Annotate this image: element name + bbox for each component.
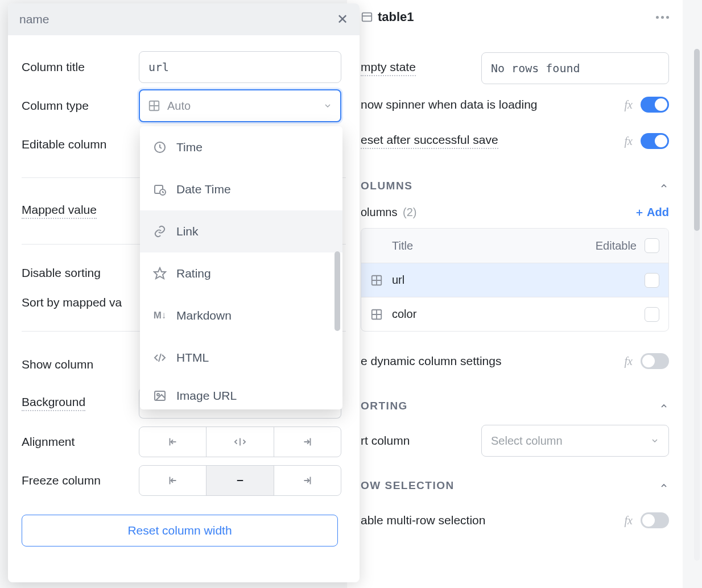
- image-icon: [152, 388, 167, 403]
- reset-save-toggle[interactable]: [641, 133, 669, 149]
- column-type-option-markdown[interactable]: M↓ Markdown: [140, 295, 342, 337]
- row-selection-section-header[interactable]: OW SELECTION: [361, 479, 669, 492]
- background-label: Background: [22, 395, 85, 411]
- reset-column-width-button[interactable]: Reset column width: [22, 515, 338, 546]
- dialog-title: name: [19, 13, 49, 26]
- column-row-color[interactable]: color: [361, 297, 668, 331]
- dialog-header: name ✕: [8, 3, 360, 35]
- align-right-button[interactable]: [274, 427, 341, 457]
- column-icon: [370, 308, 384, 321]
- fx-icon[interactable]: fx: [625, 355, 633, 368]
- empty-state-input[interactable]: [481, 52, 669, 84]
- freeze-segmented: [139, 465, 341, 496]
- column-title-input[interactable]: [139, 51, 341, 83]
- column-type-option-link[interactable]: Link: [140, 210, 342, 252]
- inspector-panel: table1 mpty state now spinner when data …: [347, 0, 683, 588]
- columns-table-header: Title Editable: [361, 229, 668, 263]
- column-icon: [370, 274, 384, 287]
- table-icon: [361, 11, 373, 23]
- empty-state-label: mpty state: [361, 60, 416, 76]
- svg-line-27: [159, 354, 161, 362]
- svg-marker-26: [154, 268, 166, 279]
- dynamic-columns-label: e dynamic column settings: [361, 354, 501, 368]
- show-column-label: Show column: [22, 358, 139, 371]
- more-icon[interactable]: [656, 16, 669, 19]
- chevron-up-icon: [659, 181, 669, 191]
- inspector-header: table1: [361, 0, 669, 34]
- align-left-button[interactable]: [139, 427, 206, 457]
- code-icon: [152, 350, 167, 365]
- editable-checkbox[interactable]: [645, 307, 659, 322]
- chevron-up-icon: [659, 401, 669, 411]
- fx-icon[interactable]: fx: [625, 514, 633, 527]
- fx-icon[interactable]: fx: [625, 135, 633, 148]
- columns-section-header[interactable]: OLUMNS: [361, 180, 669, 192]
- column-type-option-time[interactable]: Time: [140, 126, 342, 168]
- column-title-label: Column title: [22, 60, 139, 74]
- freeze-right-button[interactable]: [274, 466, 341, 495]
- reset-save-label: eset after successful save: [361, 133, 498, 149]
- freeze-column-label: Freeze column: [22, 474, 139, 487]
- multi-row-label: able multi-row selection: [361, 514, 485, 527]
- freeze-left-button[interactable]: [139, 466, 206, 495]
- disable-sorting-label: Disable sorting: [22, 266, 139, 280]
- add-column-button[interactable]: Add: [634, 206, 669, 219]
- chevron-up-icon: [659, 481, 669, 491]
- freeze-none-button[interactable]: [206, 466, 273, 495]
- column-settings-dialog: name ✕ Column title Column type Auto Edi…: [8, 3, 360, 582]
- star-icon: [152, 266, 167, 281]
- editable-checkbox[interactable]: [645, 273, 659, 288]
- alignment-segmented: [139, 426, 341, 457]
- dynamic-columns-toggle[interactable]: [641, 353, 669, 369]
- column-type-label: Column type: [22, 99, 139, 113]
- spinner-toggle[interactable]: [641, 97, 669, 113]
- chevron-down-icon: [323, 101, 332, 110]
- clock-icon: [152, 140, 167, 155]
- sorting-section-header[interactable]: ORTING: [361, 400, 669, 412]
- close-icon[interactable]: ✕: [337, 13, 348, 26]
- fx-icon[interactable]: fx: [625, 98, 633, 111]
- markdown-icon: M↓: [152, 308, 167, 323]
- sort-column-select[interactable]: Select column: [481, 425, 669, 457]
- column-type-value: Auto: [167, 100, 191, 113]
- scrollbar-thumb[interactable]: [694, 49, 700, 231]
- column-type-select[interactable]: Auto: [139, 89, 341, 122]
- alignment-label: Alignment: [22, 435, 139, 449]
- editable-column-label: Editable column: [22, 138, 139, 151]
- column-type-option-image-url[interactable]: Image URL: [140, 379, 342, 409]
- dropdown-scrollbar-thumb[interactable]: [335, 251, 340, 331]
- svg-point-29: [157, 394, 159, 396]
- column-type-option-date-time[interactable]: Date Time: [140, 168, 342, 210]
- sort-column-label: rt column: [361, 434, 410, 448]
- editable-all-checkbox[interactable]: [645, 238, 659, 253]
- link-icon: [152, 224, 167, 239]
- svg-rect-0: [362, 13, 372, 22]
- columns-table: Title Editable url color: [361, 228, 669, 332]
- column-type-option-html[interactable]: HTML: [140, 337, 342, 379]
- multi-row-toggle[interactable]: [641, 512, 669, 528]
- columns-count-label: olumns (2): [361, 206, 417, 219]
- align-center-button[interactable]: [206, 427, 273, 457]
- column-row-url[interactable]: url: [361, 263, 668, 297]
- sort-by-mapped-label: Sort by mapped va: [22, 296, 122, 309]
- calendar-clock-icon: [152, 182, 167, 197]
- column-type-dropdown: Time Date Time Link Rating: [140, 126, 342, 409]
- column-type-option-rating[interactable]: Rating: [140, 252, 342, 295]
- mapped-value-label: Mapped value: [22, 203, 97, 219]
- auto-icon: [148, 100, 160, 112]
- spinner-label: now spinner when data is loading: [361, 98, 538, 111]
- table-name: table1: [378, 10, 414, 24]
